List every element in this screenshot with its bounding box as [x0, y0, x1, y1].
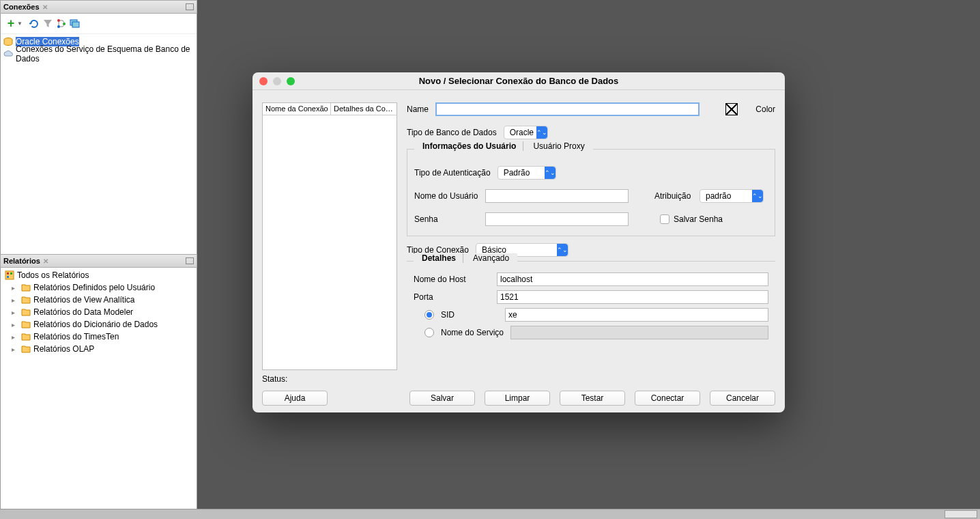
expand-arrow-icon[interactable]: ▸: [12, 284, 18, 292]
status-label: Status:: [262, 374, 287, 384]
sid-input[interactable]: [505, 308, 768, 322]
column-details[interactable]: Detalhes da Con...: [331, 103, 397, 115]
window-zoom-icon[interactable]: [287, 77, 295, 85]
color-label: Color: [755, 104, 775, 114]
help-button[interactable]: Ajuda: [262, 391, 328, 406]
window-close-icon[interactable]: [259, 77, 268, 85]
attribution-select[interactable]: padrão ⌃⌄: [700, 189, 764, 203]
svg-rect-6: [5, 271, 14, 279]
folders-icon[interactable]: [69, 18, 81, 30]
connection-list[interactable]: Nome da Conexão Detalhes da Con...: [262, 102, 397, 370]
svg-rect-9: [7, 276, 9, 278]
close-icon[interactable]: ✕: [42, 3, 48, 11]
tree-item-all-reports[interactable]: Todos os Relatórios: [2, 269, 195, 281]
connections-tree: Oracle Conexões Conexões do Serviço de E…: [1, 34, 197, 61]
save-password-checkbox[interactable]: [660, 214, 669, 224]
expand-arrow-icon[interactable]: ▸: [12, 309, 18, 316]
reports-panel-header[interactable]: Relatórios ✕: [0, 254, 197, 268]
svg-point-0: [57, 19, 60, 22]
service-radio[interactable]: [424, 328, 434, 337]
sid-label: SID: [441, 310, 498, 320]
cancel-button[interactable]: Cancelar: [710, 391, 775, 406]
host-input[interactable]: [497, 272, 768, 286]
tree-item-report[interactable]: ▸ Relatórios do Dicionário de Dados: [2, 318, 195, 331]
tab-details[interactable]: Detalhes: [415, 253, 463, 263]
refresh-icon[interactable]: [28, 18, 40, 30]
username-input[interactable]: [485, 189, 629, 203]
db-type-select[interactable]: Oracle ⌃⌄: [504, 126, 548, 139]
select-arrow-icon: ⌃⌄: [545, 167, 556, 179]
password-input[interactable]: [485, 212, 629, 226]
filter-icon[interactable]: [42, 18, 54, 30]
conn-tabs: Detalhes Avançado: [414, 253, 517, 263]
tab-proxy-user[interactable]: Usuário Proxy: [526, 141, 591, 151]
service-input: [510, 326, 768, 339]
select-arrow-icon: ⌃⌄: [752, 190, 763, 202]
user-info-section: Informações do Usuário Usuário Proxy Tip…: [407, 149, 775, 236]
host-label: Nome do Host: [414, 275, 490, 284]
tree-item-label: Todos os Relatórios: [17, 270, 89, 280]
port-input[interactable]: [497, 290, 768, 304]
dialog-title: Novo / Selecionar Conexão do Banco de Da…: [419, 76, 619, 86]
expand-arrow-icon[interactable]: ▸: [12, 346, 18, 353]
dialog-titlebar[interactable]: Novo / Selecionar Conexão do Banco de Da…: [253, 72, 785, 90]
test-button[interactable]: Testar: [560, 391, 625, 406]
auth-type-select[interactable]: Padrão ⌃⌄: [498, 166, 556, 180]
svg-point-1: [57, 25, 60, 28]
tree-item-label: Relatórios do Data Modeler: [33, 307, 133, 317]
connections-panel-body: + ▼: [0, 14, 197, 268]
reports-panel-body: Todos os Relatórios ▸ Relatórios Definid…: [0, 268, 197, 518]
folder-icon: [21, 283, 31, 292]
color-swatch[interactable]: [725, 103, 738, 115]
database-icon: [3, 38, 13, 46]
connection-dialog: Novo / Selecionar Conexão do Banco de Da…: [253, 72, 785, 412]
db-type-label: Tipo de Banco de Dados: [407, 128, 497, 137]
sidebar: Conexões ✕ + ▼: [0, 0, 197, 519]
tree-item-label: Relatórios do Dicionário de Dados: [33, 320, 158, 329]
svg-rect-7: [7, 272, 9, 275]
clear-button[interactable]: Limpar: [485, 391, 550, 406]
tree-item-report[interactable]: ▸ Relatórios OLAP: [2, 343, 195, 355]
auth-type-label: Tipo de Autenticação: [414, 168, 491, 178]
service-label: Nome do Serviço: [441, 328, 504, 337]
select-arrow-icon: ⌃⌄: [536, 126, 547, 139]
new-dropdown-arrow-icon[interactable]: ▼: [17, 20, 23, 27]
tab-user-info[interactable]: Informações do Usuário: [416, 141, 523, 151]
tree-item-cloud-connections[interactable]: Conexões do Serviço de Esquema de Banco …: [2, 48, 195, 60]
expand-arrow-icon[interactable]: ▸: [12, 296, 18, 304]
tree-item-report[interactable]: ▸ Relatórios do Data Modeler: [2, 306, 195, 318]
window-controls: [259, 77, 295, 85]
tab-advanced[interactable]: Avançado: [466, 253, 516, 263]
tree-item-label: Relatórios Definidos pelo Usuário: [33, 283, 155, 292]
name-input[interactable]: [435, 102, 700, 116]
folder-icon: [21, 345, 31, 353]
save-password-label: Salvar Senha: [674, 214, 723, 224]
maximize-icon[interactable]: [186, 3, 194, 10]
port-label: Porta: [414, 292, 490, 302]
connections-toolbar: + ▼: [1, 14, 197, 34]
connect-button[interactable]: Conectar: [635, 391, 700, 406]
close-icon[interactable]: ✕: [43, 257, 48, 265]
tns-icon[interactable]: [55, 18, 68, 30]
tree-item-report[interactable]: ▸ Relatórios de View Analítica: [2, 294, 195, 306]
tree-item-label: Relatórios do TimesTen: [33, 332, 119, 341]
expand-arrow-icon[interactable]: ▸: [12, 321, 18, 328]
sid-radio[interactable]: [424, 310, 434, 320]
connection-form: Name Color Tipo de Banco de Dados Oracle…: [407, 102, 775, 346]
new-connection-icon[interactable]: +: [5, 18, 17, 30]
window-minimize-icon[interactable]: [273, 77, 281, 85]
connections-panel-header[interactable]: Conexões ✕: [0, 0, 197, 14]
reports-root-icon: [5, 270, 14, 280]
tree-item-report[interactable]: ▸ Relatórios Definidos pelo Usuário: [2, 281, 195, 294]
save-button[interactable]: Salvar: [409, 391, 475, 406]
reports-tree: Todos os Relatórios ▸ Relatórios Definid…: [1, 268, 197, 356]
column-name[interactable]: Nome da Conexão: [263, 103, 331, 115]
username-label: Nome do Usuário: [414, 191, 478, 201]
tree-item-report[interactable]: ▸ Relatórios do TimesTen: [2, 331, 195, 343]
maximize-icon[interactable]: [186, 257, 194, 264]
expand-arrow-icon[interactable]: ▸: [12, 333, 18, 341]
tree-item-label: Relatórios OLAP: [33, 344, 94, 354]
dialog-body: Nome da Conexão Detalhes da Con... Name …: [262, 97, 775, 384]
select-arrow-icon: ⌃⌄: [557, 244, 568, 256]
reports-panel-title: Relatórios: [3, 257, 40, 265]
